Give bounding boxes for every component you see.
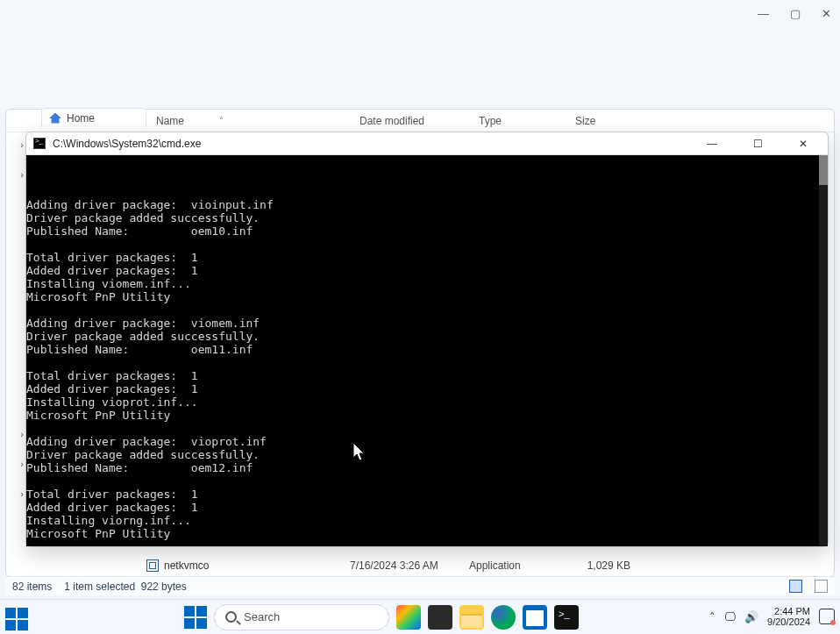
bgwin-minimize-button[interactable]: — — [758, 7, 769, 20]
tray-volume-icon[interactable]: 🔊 — [744, 610, 758, 623]
file-size-cell: 1,029 KB — [566, 559, 636, 572]
file-type-cell: Application — [469, 559, 566, 572]
start-button[interactable] — [184, 606, 207, 629]
file-date-cell: 7/16/2024 3:26 AM — [350, 559, 469, 572]
file-name-cell: netkvmco — [146, 559, 350, 572]
taskbar: Search ˄ 🖵 🔊 2:44 PM 9/20/2024 — [0, 599, 840, 634]
taskbar-icon-edge[interactable] — [491, 605, 516, 630]
taskbar-clock[interactable]: 2:44 PM 9/20/2024 — [767, 606, 810, 627]
column-header-size[interactable]: Size — [566, 110, 636, 132]
nav-expand-icon[interactable]: › — [20, 139, 24, 150]
cmd-title-text: C:\Windows\System32\cmd.exe — [53, 138, 201, 150]
explorer-tab-home[interactable]: Home — [41, 108, 146, 127]
cmd-window: C:\Windows\System32\cmd.exe — ☐ ✕ Adding… — [25, 132, 829, 547]
view-details-button[interactable] — [789, 580, 802, 593]
file-row[interactable]: netkvmco 7/16/2024 3:26 AM Application 1… — [6, 555, 834, 576]
taskbar-icon-taskview[interactable] — [428, 605, 452, 630]
bgwin-close-button[interactable]: ✕ — [822, 7, 831, 20]
tray-chevron-icon[interactable]: ˄ — [709, 610, 715, 623]
cmd-icon — [33, 138, 46, 149]
taskbar-icon-terminal[interactable] — [554, 605, 579, 630]
status-item-count: 82 items — [12, 581, 52, 593]
explorer-status-bar: 82 items 1 item selected 922 bytes — [5, 576, 835, 595]
taskbar-icon-store[interactable] — [523, 605, 547, 630]
status-selection: 1 item selected 922 bytes — [64, 581, 186, 593]
column-header-date[interactable]: Date modified — [350, 110, 469, 132]
cmd-close-button[interactable]: ✕ — [784, 132, 822, 155]
sort-indicator-icon: ˄ — [219, 116, 224, 125]
cmd-scrollbar[interactable] — [819, 155, 828, 546]
column-header-name[interactable]: Name˄ — [146, 110, 350, 132]
home-icon — [49, 113, 61, 124]
nav-expand-icon[interactable]: › — [20, 429, 24, 439]
search-placeholder: Search — [244, 610, 280, 623]
bgwin-maximize-button[interactable]: ▢ — [790, 7, 801, 20]
cmd-maximize-button[interactable]: ☐ — [738, 132, 777, 155]
taskbar-icon-copilot[interactable] — [396, 605, 421, 630]
taskbar-icon-explorer[interactable] — [459, 605, 484, 630]
nav-expand-icon[interactable]: › — [20, 488, 24, 499]
cmd-scrollbar-thumb[interactable] — [819, 155, 828, 185]
cmd-text: Adding driver package: vioinput.inf Driv… — [26, 198, 828, 546]
explorer-tab-label: Home — [67, 112, 95, 125]
cmd-output[interactable]: Adding driver package: vioinput.inf Driv… — [26, 155, 828, 546]
view-large-button[interactable] — [815, 580, 828, 593]
nav-expand-icon[interactable]: › — [20, 459, 24, 469]
nav-expand-icon[interactable]: › — [20, 169, 24, 180]
taskbar-widgets-button[interactable] — [5, 608, 28, 630]
cmd-titlebar[interactable]: C:\Windows\System32\cmd.exe — ☐ ✕ — [26, 132, 828, 155]
column-header-type[interactable]: Type — [469, 110, 566, 132]
tray-display-icon[interactable]: 🖵 — [724, 610, 736, 623]
notification-center-button[interactable] — [819, 609, 835, 624]
cmd-minimize-button[interactable]: — — [693, 132, 731, 155]
search-icon — [225, 611, 237, 623]
taskbar-search[interactable]: Search — [214, 604, 389, 630]
application-icon — [146, 559, 159, 572]
